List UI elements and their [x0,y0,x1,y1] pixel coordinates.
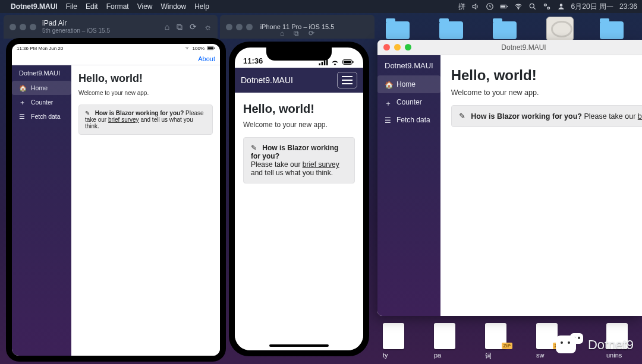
iphone-content: Hello, world! Welcome to your new app. ✎… [235,93,363,350]
nav-item-label: Fetch data [31,113,61,120]
svg-rect-14 [324,60,326,65]
device-name: iPad Air [42,19,110,27]
list-icon: ☰ [19,113,26,120]
desktop-folder-icon[interactable] [493,18,520,42]
menubar-item-view[interactable]: View [137,2,153,11]
svg-rect-13 [322,62,323,65]
window-traffic-lights[interactable] [226,24,253,30]
nav-item-home[interactable]: 🏠 Home [377,75,440,93]
svg-point-5 [530,4,534,8]
menubar-item-window[interactable]: Window [161,2,187,11]
svg-rect-3 [501,6,505,8]
svg-point-4 [518,8,519,10]
ipad-device-frame: 11:36 PM Mon Jun 20 ᯤ 100% About Dotnet9… [6,38,226,362]
minimize-icon[interactable] [394,44,401,50]
ipad-top-bar: About [12,52,220,65]
menubar-item-help[interactable]: Help [194,2,209,11]
search-icon[interactable] [528,2,537,11]
wifi-icon[interactable] [514,2,523,11]
svg-rect-15 [326,59,328,65]
screenshot-icon[interactable]: ⧉ [177,22,182,32]
control-center-icon[interactable] [543,2,551,11]
survey-lead: Please take our [584,112,637,121]
plus-icon: ＋ [19,99,26,106]
fullscreen-icon[interactable] [405,44,411,50]
nav-item-home[interactable]: 🏠 Home [12,81,71,95]
screenshot-icon[interactable]: ⧉ [294,29,299,37]
volume-icon[interactable] [471,2,480,11]
desktop-folder-icon[interactable] [386,18,413,42]
watermark-text: Dotnet9 [588,337,634,353]
home-icon[interactable]: ⌂ [280,29,284,37]
window-traffic-lights[interactable] [383,44,411,50]
device-subtitle: 5th generation – iOS 15.5 [42,27,110,34]
svg-rect-12 [319,63,321,65]
mac-window-titlebar[interactable]: Dotnet9.MAUI [377,40,642,55]
survey-tail: and tell us what you think. [251,169,333,177]
mac-menubar: Dotnet9.MAUI File Edit Format View Windo… [0,0,642,13]
nav-title: Dotnet9.MAUI [12,65,71,81]
about-link[interactable]: About [198,55,215,62]
survey-link[interactable]: brief survey [303,160,339,169]
survey-question: How is Blazor working for you? [471,112,582,121]
survey-link[interactable]: brief survey [638,112,642,121]
desktop-file-label: 词 [485,352,515,360]
user-icon[interactable] [557,2,565,11]
nav-item-counter[interactable]: ＋ Counter [377,93,440,111]
hamburger-menu-button[interactable] [337,72,357,88]
home-indicator[interactable] [269,344,329,347]
survey-prompt: ✎ How is Blazor working for you? Please … [243,137,355,183]
menubar-item-file[interactable]: File [66,2,77,11]
menubar-app-name[interactable]: Dotnet9.MAUI [11,2,58,11]
iphone-notch [266,48,332,61]
svg-rect-11 [208,47,213,49]
ipad-status-left: 11:36 PM Mon Jun 20 [17,46,63,51]
survey-link[interactable]: brief survey [108,116,139,123]
welcome-text: Welcome to your new app. [451,88,642,97]
desktop-file-icon[interactable]: ZIP词 [485,323,511,353]
nav-title: Dotnet9.MAUI [241,75,293,85]
nav-item-fetch[interactable]: ☰ Fetch data [377,111,440,129]
chat-bubble-icon [556,333,583,357]
simulator-titlebar-ipad[interactable]: iPad Air 5th generation – iOS 15.5 ⌂ ⧉ ⟳… [4,15,218,39]
mac-sidenav: Dotnet9.MAUI 🏠 Home ＋ Counter ☰ Fetch da… [377,55,440,316]
page-heading: Hello, world! [451,67,642,84]
mac-app-window[interactable]: Dotnet9.MAUI Dotnet9.MAUI 🏠 Home ＋ Count… [377,40,642,316]
close-icon[interactable] [383,44,390,50]
watermark: Dotnet9 [556,333,634,357]
iphone-screen: 11:36 Dotnet9.MAUI Hello, world! Welcome… [235,48,363,350]
nav-item-label: Counter [396,98,422,106]
desktop-file-icon[interactable]: ty [383,323,409,353]
svg-point-8 [559,4,562,7]
menubar-item-edit[interactable]: Edit [86,2,98,11]
desktop-folder-icon[interactable] [600,18,627,42]
ime-icon[interactable]: 拼 [458,2,465,12]
battery-icon [342,59,355,65]
svg-rect-6 [544,4,546,6]
simulator-titlebar-iphone[interactable]: iPhone 11 Pro – iOS 15.5 ⌂ ⧉ ⟳ [220,15,374,39]
desktop-folder-icon[interactable] [439,18,467,42]
ipad-status-bar: 11:36 PM Mon Jun 20 ᯤ 100% [12,44,220,52]
nav-item-counter[interactable]: ＋ Counter [12,95,71,109]
menubar-date: 6月20日 周一 [571,2,613,12]
wifi-icon [331,59,339,65]
home-icon[interactable]: ⌂ [165,22,169,31]
battery-icon[interactable] [500,2,508,11]
menubar-time: 23:36 [619,2,637,11]
ipad-screen: 11:36 PM Mon Jun 20 ᯤ 100% About Dotnet9… [12,44,220,356]
desktop-hdd-icon[interactable] [546,17,574,40]
desktop-file-label: ty [383,352,413,359]
clock-icon[interactable] [486,2,494,11]
simulator-title: iPad Air 5th generation – iOS 15.5 [42,19,110,34]
menubar-item-format[interactable]: Format [106,2,129,11]
brightness-icon[interactable]: ☼ [204,22,212,31]
home-icon: 🏠 [385,81,392,88]
nav-item-fetch[interactable]: ☰ Fetch data [12,109,71,124]
plus-icon: ＋ [385,99,392,106]
window-traffic-lights[interactable] [10,24,36,30]
ipad-sidenav: Dotnet9.MAUI 🏠 Home ＋ Counter ☰ Fetch da… [12,65,71,356]
rotate-icon[interactable]: ⟳ [190,22,197,31]
desktop-file-icon[interactable]: pa [434,323,460,353]
rotate-icon[interactable]: ⟳ [309,29,314,37]
nav-title: Dotnet9.MAUI [377,55,440,75]
